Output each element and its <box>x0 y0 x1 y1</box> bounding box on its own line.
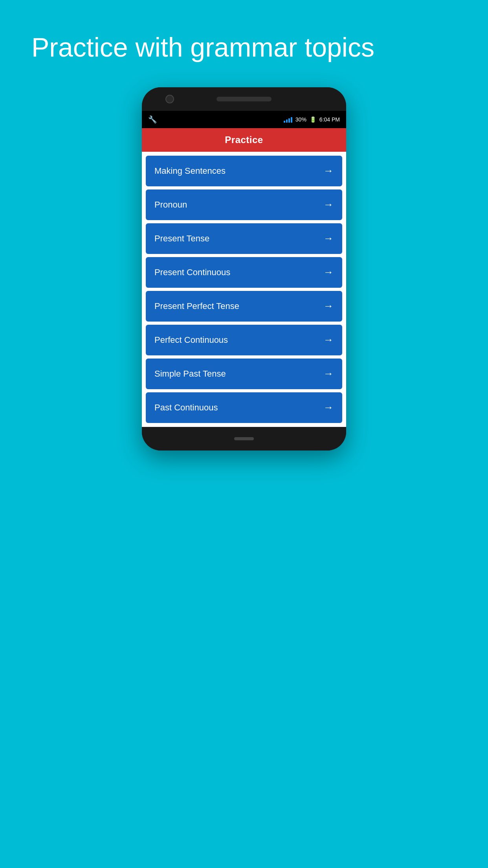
arrow-icon: → <box>323 401 334 414</box>
menu-item-label: Present Continuous <box>154 267 230 278</box>
arrow-icon: → <box>323 165 334 177</box>
phone-speaker <box>216 97 272 101</box>
menu-item-present-tense[interactable]: Present Tense → <box>146 223 342 254</box>
menu-item-past-continuous[interactable]: Past Continuous → <box>146 392 342 423</box>
menu-item-label: Present Tense <box>154 234 209 244</box>
menu-item-label: Present Perfect Tense <box>154 301 239 311</box>
arrow-icon: → <box>323 232 334 245</box>
arrow-icon: → <box>323 199 334 211</box>
phone-bottom-bezel <box>142 427 346 451</box>
phone-frame: 🔧 30% 🔋 6:04 PM Practice Making Sente <box>142 87 346 868</box>
menu-item-present-continuous[interactable]: Present Continuous → <box>146 257 342 288</box>
arrow-icon: → <box>323 266 334 278</box>
menu-item-present-perfect-tense[interactable]: Present Perfect Tense → <box>146 291 342 322</box>
menu-item-perfect-continuous[interactable]: Perfect Continuous → <box>146 325 342 355</box>
arrow-icon: → <box>323 334 334 346</box>
phone-top-bezel <box>142 87 346 111</box>
status-bar: 🔧 30% 🔋 6:04 PM <box>142 111 346 128</box>
app-bar: Practice <box>142 128 346 152</box>
signal-bar-2 <box>286 120 288 123</box>
signal-percent: 30% <box>295 116 306 123</box>
menu-item-label: Pronoun <box>154 200 187 210</box>
time-display: 6:04 PM <box>319 116 340 123</box>
signal-bar-1 <box>284 121 285 123</box>
menu-item-simple-past-tense[interactable]: Simple Past Tense → <box>146 359 342 389</box>
menu-list: Making Sentences → Pronoun → Present Ten… <box>142 152 346 427</box>
app-bar-title: Practice <box>225 134 263 145</box>
menu-item-label: Making Sentences <box>154 166 226 176</box>
signal-bar-4 <box>291 117 292 123</box>
menu-item-label: Perfect Continuous <box>154 335 228 345</box>
menu-item-label: Simple Past Tense <box>154 369 226 379</box>
menu-item-making-sentences[interactable]: Making Sentences → <box>146 156 342 186</box>
battery-icon: 🔋 <box>310 116 316 123</box>
phone: 🔧 30% 🔋 6:04 PM Practice Making Sente <box>142 87 346 451</box>
arrow-icon: → <box>323 300 334 312</box>
signal-bars <box>284 116 292 123</box>
status-right: 30% 🔋 6:04 PM <box>284 116 340 123</box>
menu-item-pronoun[interactable]: Pronoun → <box>146 189 342 220</box>
signal-bar-3 <box>288 118 290 123</box>
status-left: 🔧 <box>148 115 157 124</box>
wrench-icon: 🔧 <box>148 115 157 124</box>
home-button[interactable] <box>234 437 254 440</box>
menu-item-label: Past Continuous <box>154 403 218 413</box>
arrow-icon: → <box>323 368 334 380</box>
page-title: Practice with grammar topics <box>0 0 488 87</box>
phone-camera <box>165 95 174 103</box>
